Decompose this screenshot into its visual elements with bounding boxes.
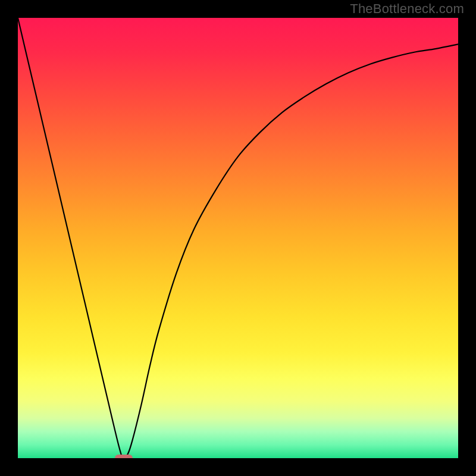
bottleneck-curve <box>18 18 458 458</box>
chart-frame: TheBottleneck.com <box>0 0 476 476</box>
minimum-marker <box>115 455 133 458</box>
plot-area <box>18 18 458 458</box>
curve-path <box>18 18 458 458</box>
watermark-text: TheBottleneck.com <box>350 1 464 17</box>
